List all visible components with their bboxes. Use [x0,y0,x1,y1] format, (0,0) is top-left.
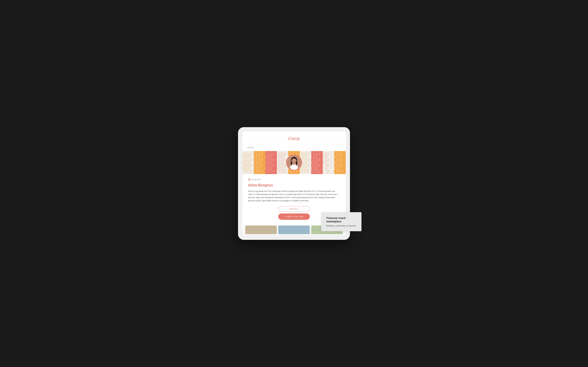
pattern-tile-7 [311,151,323,174]
pattern-tile-3 [265,151,277,174]
pattern-tile-1 [242,151,254,174]
mentor-avatar [286,155,302,170]
mentor-bio: Aitza is a graduate from The University … [248,190,340,202]
logo-area: clasp [242,132,346,144]
back-nav[interactable]: ‹ BACK [242,144,346,151]
svg-point-2 [291,158,297,164]
mentor-name: Aitza Burgess [248,183,340,187]
add-to-list-label: ADD TO MY LIST [287,216,304,217]
app-logo: clasp [245,136,343,141]
add-to-list-button[interactable]: + ADD TO MY LIST [278,213,310,220]
back-button-label[interactable]: BACK [248,146,254,149]
back-chevron-icon: ‹ [247,146,247,149]
mentor-badge: MENTOR [248,178,340,181]
pattern-tile-8 [323,151,334,174]
mentor-role-label: MENTOR [252,179,261,181]
profile-banner [242,151,346,174]
pattern-tile-2 [254,151,265,174]
details-button[interactable]: DETAILS [278,206,310,212]
plus-icon: + [284,215,286,218]
preview-thumb-1 [245,225,277,234]
tooltip-card: Financial coach marketplace Building a c… [321,212,362,231]
tooltip-subtitle: Building a community of coaches. [326,225,356,227]
pattern-tile-9 [334,151,346,174]
tooltip-title: Financial coach marketplace [326,217,356,223]
mentor-role-dot [249,179,250,180]
device-frame: clasp ‹ BACK [238,127,350,240]
mentor-role-icon [248,178,251,181]
preview-thumb-2 [278,225,310,234]
